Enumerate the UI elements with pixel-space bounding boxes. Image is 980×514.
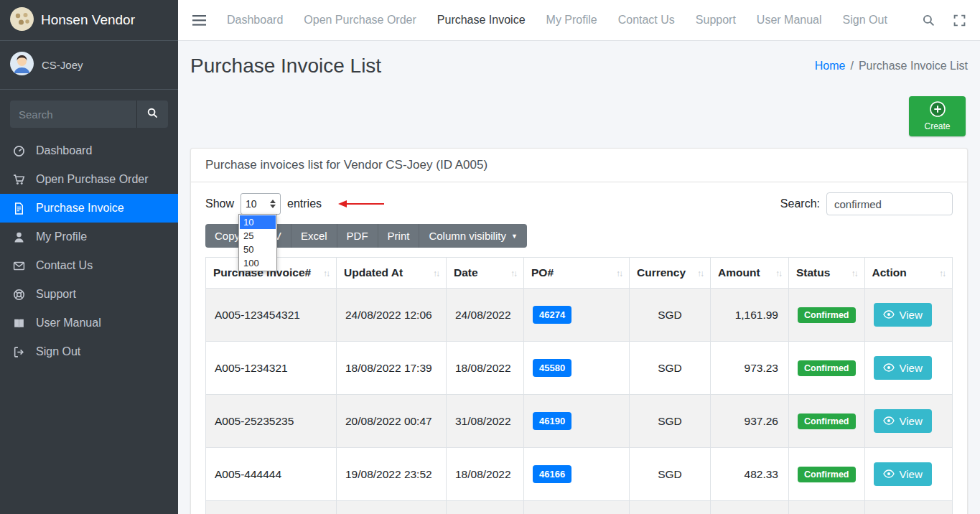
sidebar-item-user-manual[interactable]: User Manual: [0, 309, 178, 337]
brand-name: Honsen Vendor: [41, 12, 135, 28]
col-header-po[interactable]: ↑↓PO#: [524, 258, 630, 289]
entries-option-25[interactable]: 25: [240, 229, 276, 243]
cell-updated-at: 19/08/2022 23:52: [337, 448, 447, 501]
fullscreen-expand-icon[interactable]: [953, 14, 966, 27]
table-row: A005-1234321 18/08/2022 17:39 18/08/2022…: [206, 342, 953, 395]
col-header-amount[interactable]: ↑↓Amount: [711, 258, 789, 289]
sidebar-search: [10, 101, 168, 128]
sort-icon[interactable]: ↑↓: [939, 268, 945, 279]
po-badge[interactable]: 46166: [533, 465, 571, 483]
eye-icon: [883, 309, 895, 321]
plus-circle-icon: [930, 101, 946, 119]
col-header-currency[interactable]: ↑↓Currency: [630, 258, 711, 289]
table-row: A005-353252 19/08/2022 23:50 18/08/2022 …: [206, 501, 953, 514]
sidebar-search-input[interactable]: [10, 101, 136, 128]
sidebar-item-open-purchase-order[interactable]: Open Purchase Order: [0, 165, 178, 194]
cell-currency: SGD: [630, 448, 711, 501]
eye-icon: [883, 468, 895, 480]
life-ring-icon: [11, 289, 27, 301]
entries-length-select[interactable]: 10: [241, 193, 281, 215]
po-badge[interactable]: 46274: [533, 306, 571, 324]
topnav-item-contact-us[interactable]: Contact Us: [618, 14, 675, 27]
entries-option-10[interactable]: 10: [240, 215, 276, 229]
hamburger-menu-icon[interactable]: [192, 15, 206, 26]
entries-option-100[interactable]: 100: [240, 256, 276, 270]
cell-amount: 937.26: [711, 395, 789, 448]
sidebar-search-button[interactable]: [136, 101, 168, 128]
topnav-item-purchase-invoice[interactable]: Purchase Invoice: [437, 14, 526, 27]
pdf-button[interactable]: PDF: [337, 224, 378, 248]
table-row: A005-25235235 20/08/2022 00:47 31/08/202…: [206, 395, 953, 448]
col-header-status[interactable]: ↑↓Status: [789, 258, 865, 289]
search-icon[interactable]: [923, 14, 935, 27]
sidebar-item-label: Sign Out: [36, 345, 80, 358]
brand[interactable]: Honsen Vendor: [0, 0, 178, 41]
topnav-item-user-manual[interactable]: User Manual: [757, 14, 822, 27]
table-row: A005-123454321 24/08/2022 12:06 24/08/20…: [206, 289, 953, 342]
table-row: A005-444444 19/08/2022 23:52 18/08/2022 …: [206, 448, 953, 501]
cart-icon: [11, 174, 27, 186]
cell-action: View: [864, 501, 953, 514]
cell-po: 45580: [524, 342, 630, 395]
cell-invoice: A005-25235235: [206, 395, 337, 448]
cell-date: 18/08/2022: [447, 342, 524, 395]
sidebar-item-purchase-invoice[interactable]: Purchase Invoice: [0, 194, 178, 223]
create-button[interactable]: Create: [909, 96, 966, 136]
user-panel[interactable]: CS-Joey: [0, 41, 178, 90]
sort-icon[interactable]: ↑↓: [775, 268, 781, 279]
topnav-item-open-purchase-order[interactable]: Open Purchase Order: [304, 14, 416, 27]
breadcrumb-current: Purchase Invoice List: [859, 60, 968, 73]
topnav-item-my-profile[interactable]: My Profile: [546, 14, 597, 27]
breadcrumb-home-link[interactable]: Home: [815, 60, 846, 73]
topnav-item-sign-out[interactable]: Sign Out: [843, 14, 887, 27]
status-badge: Confirmed: [798, 467, 856, 482]
po-badge[interactable]: 46190: [533, 412, 571, 430]
sort-icon[interactable]: ↑↓: [323, 268, 329, 279]
user-avatar: [10, 52, 34, 78]
cell-po: 46274: [524, 289, 630, 342]
sidebar-item-my-profile[interactable]: My Profile: [0, 223, 178, 251]
cell-date: 18/08/2022: [447, 448, 524, 501]
column-visibility-button[interactable]: Column visibility ▼: [419, 224, 526, 248]
col-header-date[interactable]: ↑↓Date: [447, 258, 524, 289]
sort-icon[interactable]: ↑↓: [510, 268, 516, 279]
page-title: Purchase Invoice List: [190, 55, 381, 78]
view-button[interactable]: View: [874, 303, 932, 327]
search-control: Search:: [780, 192, 953, 215]
caret-down-icon: ▼: [511, 233, 518, 240]
brand-logo-icon: [10, 7, 34, 34]
po-badge[interactable]: 45580: [533, 359, 571, 377]
cell-currency: SGD: [630, 289, 711, 342]
cell-currency: SGD: [630, 342, 711, 395]
view-button[interactable]: View: [874, 462, 932, 486]
breadcrumb: Home / Purchase Invoice List: [815, 60, 968, 73]
print-button[interactable]: Print: [378, 224, 420, 248]
entries-option-50[interactable]: 50: [240, 243, 276, 256]
sort-icon[interactable]: ↑↓: [851, 268, 857, 279]
view-button[interactable]: View: [874, 356, 932, 380]
col-header-action[interactable]: ↑↓Action: [864, 258, 953, 289]
cell-currency: SGD: [630, 395, 711, 448]
col-header-updated-at[interactable]: ↑↓Updated At: [337, 258, 447, 289]
sidebar-item-support[interactable]: Support: [0, 280, 178, 309]
view-button[interactable]: View: [874, 409, 932, 433]
cell-status: Confirmed: [789, 289, 865, 342]
sidebar-item-dashboard[interactable]: Dashboard: [0, 136, 178, 165]
sort-icon[interactable]: ↑↓: [697, 268, 703, 279]
sidebar-item-label: Purchase Invoice: [36, 202, 124, 215]
sort-icon[interactable]: ↑↓: [433, 268, 439, 279]
topnav-item-support[interactable]: Support: [696, 14, 736, 27]
sidebar-item-sign-out[interactable]: Sign Out: [0, 337, 178, 366]
cell-updated-at: 18/08/2022 17:39: [337, 342, 447, 395]
cell-po: 46166: [524, 448, 630, 501]
cell-action: View: [864, 395, 953, 448]
select-arrows-icon: [270, 200, 276, 208]
card-title: Purchase invoices list for Vendor CS-Joe…: [191, 149, 967, 182]
sort-icon[interactable]: ↑↓: [616, 268, 622, 279]
table-search-input[interactable]: [826, 192, 953, 215]
sidebar-item-label: User Manual: [36, 317, 101, 330]
excel-button[interactable]: Excel: [291, 224, 337, 248]
topnav-item-dashboard[interactable]: Dashboard: [227, 14, 283, 27]
sidebar-item-contact-us[interactable]: Contact Us: [0, 251, 178, 280]
cell-date: 18/08/2022: [447, 501, 524, 514]
